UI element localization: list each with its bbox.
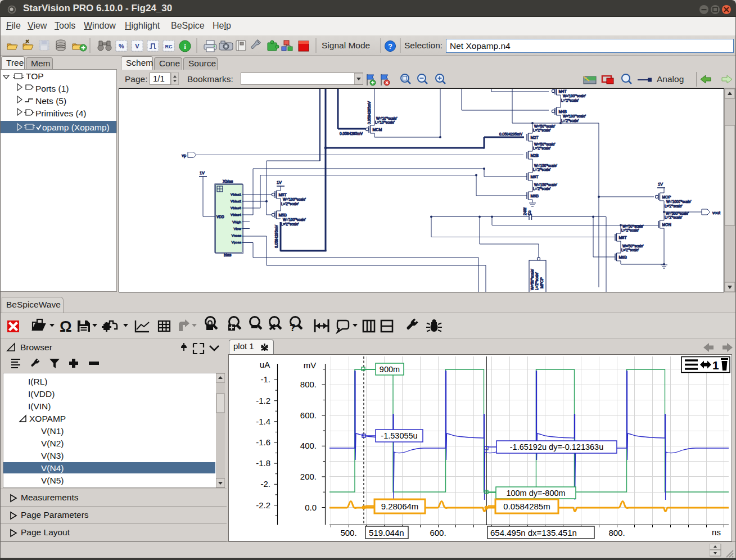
svg-text:L='2'*scale': L='2'*scale' — [561, 119, 579, 123]
svg-text:L='2'*scale': L='2'*scale' — [533, 128, 550, 132]
svg-text:M5T: M5T — [279, 193, 287, 197]
svg-text:uA: uA — [260, 360, 270, 369]
svg-text:W='150'*scale': W='150'*scale' — [534, 164, 557, 168]
svg-text:?: ? — [388, 42, 392, 51]
svg-text:0.0584285mV: 0.0584285mV — [274, 224, 278, 248]
svg-text:200.: 200. — [300, 472, 317, 481]
svg-text:-1.2: -1.2 — [256, 396, 270, 405]
svg-text:L='10'*scale': L='10'*scale' — [375, 120, 395, 124]
svg-text:W='10'*scale': W='10'*scale' — [376, 116, 397, 120]
svg-text:?: ? — [290, 322, 296, 333]
svg-text:Ports (1): Ports (1) — [35, 84, 69, 93]
svg-text:i: i — [184, 42, 186, 51]
svg-text:M8T: M8T — [619, 236, 627, 240]
svg-text:L='2'*scale': L='2'*scale' — [535, 272, 539, 290]
svg-text:W='100'*scale': W='100'*scale' — [563, 114, 586, 118]
svg-text:W='50'*scale': W='50'*scale' — [622, 244, 643, 248]
svg-text:W='50'*scale': W='50'*scale' — [534, 142, 555, 146]
svg-text:M4B: M4B — [559, 110, 567, 114]
svg-text:W='100'*scale': W='100'*scale' — [283, 218, 306, 222]
svg-text:-2.2: -2.2 — [256, 500, 270, 510]
svg-text:opamp (Xopamp): opamp (Xopamp) — [42, 123, 110, 132]
svg-text:M2T: M2T — [531, 136, 539, 139]
svg-text:1V: 1V — [200, 170, 205, 175]
svg-text:600.: 600. — [300, 410, 317, 420]
svg-text:W='150'*scale': W='150'*scale' — [534, 183, 557, 187]
svg-text:Vbias4: Vbias4 — [231, 213, 241, 216]
svg-text:L='2'*scale': L='2'*scale' — [665, 204, 682, 208]
svg-text:Nets (5): Nets (5) — [35, 96, 66, 106]
svg-text:Vbias1: Vbias1 — [231, 192, 241, 196]
svg-text:M5B: M5B — [279, 213, 287, 217]
svg-text:Ω: Ω — [60, 318, 72, 335]
svg-text:-1.4: -1.4 — [256, 417, 270, 426]
svg-text:W='50'*scale': W='50'*scale' — [534, 124, 555, 128]
svg-text:L='2'*scale': L='2'*scale' — [621, 228, 639, 232]
svg-text:W='1000'*scale': W='1000'*scale' — [666, 200, 691, 204]
svg-text:-1.53055u: -1.53055u — [381, 431, 417, 440]
svg-text:240f: 240f — [523, 207, 527, 215]
svg-text:-1.8: -1.8 — [256, 458, 270, 468]
svg-text:Vpcas: Vpcas — [232, 240, 241, 244]
svg-text:bias: bias — [224, 252, 232, 258]
svg-text:0.0584285m: 0.0584285m — [503, 502, 550, 511]
svg-text:400.: 400. — [300, 441, 317, 450]
svg-text:100m dy=-800m: 100m dy=-800m — [506, 489, 565, 498]
svg-text:800.: 800. — [300, 380, 317, 389]
svg-text:519.044n: 519.044n — [369, 528, 404, 538]
svg-text:L='2'*scale': L='2'*scale' — [665, 215, 682, 219]
svg-text:654.495n dx=135.451n: 654.495n dx=135.451n — [490, 528, 577, 538]
svg-text:9.28064m: 9.28064m — [381, 502, 419, 511]
svg-text:L='2'*scale': L='2'*scale' — [533, 168, 550, 171]
svg-text:Vncas: Vncas — [232, 233, 241, 237]
svg-text:1V: 1V — [277, 180, 282, 185]
svg-text:W='100'*scale': W='100'*scale' — [563, 94, 586, 98]
svg-text:1V: 1V — [658, 182, 663, 187]
svg-text:L='2'*scale': L='2'*scale' — [621, 248, 639, 252]
svg-text:Vlow: Vlow — [234, 227, 242, 231]
svg-text:W='50'*scale': W='50'*scale' — [622, 224, 643, 228]
svg-text:M6B: M6B — [531, 194, 539, 198]
svg-text:1: 1 — [712, 359, 719, 372]
svg-text:L='2'*scale': L='2'*scale' — [533, 187, 550, 191]
svg-text:-1.65192u dy=-0.121363u: -1.65192u dy=-0.121363u — [510, 442, 604, 451]
svg-text:L='2'*scale': L='2'*scale' — [561, 98, 579, 102]
svg-text:TOP: TOP — [26, 71, 44, 81]
svg-text:M2B: M2B — [531, 153, 539, 157]
svg-text:600.: 600. — [430, 528, 446, 538]
svg-text:0.0584285mV: 0.0584285mV — [340, 132, 363, 136]
svg-text:M8B: M8B — [619, 255, 627, 259]
svg-text:mV: mV — [304, 360, 317, 370]
svg-text:MFCP: MFCP — [540, 277, 544, 288]
svg-text:0.0584285mV: 0.0584285mV — [499, 132, 523, 136]
svg-text:L='2'*scale': L='2'*scale' — [533, 146, 550, 150]
svg-text:VDD: VDD — [216, 215, 224, 219]
svg-text:W='50'*scale': W='50'*scale' — [530, 269, 534, 290]
svg-text:W='100'*scale': W='100'*scale' — [283, 197, 306, 201]
svg-text:MON: MON — [662, 223, 671, 227]
svg-text:Browser: Browser — [20, 342, 52, 352]
svg-text:MOP: MOP — [662, 195, 671, 199]
svg-text:900m: 900m — [380, 365, 400, 374]
svg-text:-1.6: -1.6 — [256, 437, 270, 447]
svg-text:%: % — [119, 43, 124, 49]
svg-text:0.0: 0.0 — [305, 503, 317, 512]
svg-text:Cc: Cc — [527, 210, 531, 215]
svg-text:L='2'*scale': L='2'*scale' — [281, 222, 299, 226]
svg-text:V: V — [135, 43, 139, 49]
svg-text:-1.: -1. — [260, 374, 270, 384]
svg-text:vout: vout — [712, 210, 720, 215]
svg-text:Primitives (4): Primitives (4) — [35, 109, 86, 118]
svg-text:500.: 500. — [340, 528, 356, 538]
svg-text:800.: 800. — [608, 528, 625, 538]
svg-text:RC: RC — [165, 44, 173, 49]
svg-text:L='2'*scale': L='2'*scale' — [281, 202, 299, 206]
svg-text:Vbias2: Vbias2 — [231, 199, 241, 203]
svg-text:0.0584285mV: 0.0584285mV — [367, 101, 371, 124]
svg-text:Vhigh: Vhigh — [232, 220, 241, 224]
svg-text:Vbias3: Vbias3 — [231, 206, 241, 210]
svg-text:M4T: M4T — [559, 89, 567, 93]
svg-text:-2.: -2. — [260, 479, 270, 489]
svg-text:ns: ns — [712, 527, 721, 537]
svg-text:M6T: M6T — [531, 175, 539, 179]
